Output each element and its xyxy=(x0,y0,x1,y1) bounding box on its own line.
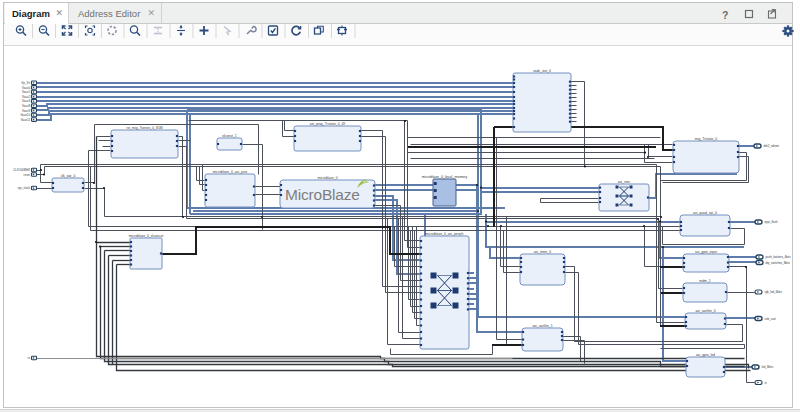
svg-text:tx: tx xyxy=(765,381,768,385)
svg-text:Vaux1: Vaux1 xyxy=(22,90,30,94)
svg-text:Vaux10: Vaux10 xyxy=(20,113,30,117)
svg-text:Vaux11: Vaux11 xyxy=(21,118,31,122)
svg-text:Vaux0: Vaux0 xyxy=(22,86,30,90)
svg-text:rx: rx xyxy=(28,356,31,360)
svg-text:axi_smc: axi_smc xyxy=(618,180,631,184)
svg-text:axi_gpio_input: axi_gpio_input xyxy=(695,250,717,254)
svg-text:CLK100MHZ: CLK100MHZ xyxy=(13,168,30,172)
svg-text:led_8bits: led_8bits xyxy=(762,365,774,369)
svg-text:Vp_Vn: Vp_Vn xyxy=(21,81,30,85)
svg-text:axi_uartlite_1: axi_uartlite_1 xyxy=(532,324,552,328)
svg-text:qspi_flash: qspi_flash xyxy=(765,220,778,224)
svg-text:usb_uart: usb_uart xyxy=(765,317,776,321)
svg-text:axi_timer_0: axi_timer_0 xyxy=(534,250,552,254)
svg-text:axi_gpio_led: axi_gpio_led xyxy=(696,353,715,357)
svg-text:sys_clock: sys_clock xyxy=(17,186,30,190)
svg-text:mdm_1: mdm_1 xyxy=(699,279,710,283)
svg-text:Vaux3: Vaux3 xyxy=(22,99,30,103)
svg-text:ddr2_sdram: ddr2_sdram xyxy=(764,144,780,148)
svg-text:dip_switches_8bits: dip_switches_8bits xyxy=(766,261,791,265)
svg-text:mig_Tristate_0: mig_Tristate_0 xyxy=(695,137,717,141)
svg-text:rst_mig_7series_0_81M: rst_mig_7series_0_81M xyxy=(126,126,162,130)
svg-text:axi_prog_Tristate_0_49: axi_prog_Tristate_0_49 xyxy=(310,122,346,126)
svg-text:reset: reset xyxy=(24,173,31,177)
svg-text:microblaze_0_axi_periph: microblaze_0_axi_periph xyxy=(426,232,464,236)
svg-text:axi_uartlite_0: axi_uartlite_0 xyxy=(695,309,715,313)
svg-text:microblaze_0_xlconcat: microblaze_0_xlconcat xyxy=(129,234,164,238)
svg-text:Vaux8: Vaux8 xyxy=(22,104,30,108)
svg-text:microblaze_0_axi_pcio: microblaze_0_axi_pcio xyxy=(213,170,248,174)
svg-text:xlconst_1: xlconst_1 xyxy=(222,134,236,138)
svg-text:xadc_wiz_0: xadc_wiz_0 xyxy=(533,69,551,73)
svg-text:MicroBlaze: MicroBlaze xyxy=(285,186,360,203)
svg-text:Vaux2: Vaux2 xyxy=(22,95,30,99)
svg-text:rgb_led_6bits: rgb_led_6bits xyxy=(765,290,783,294)
svg-text:Vaux9: Vaux9 xyxy=(22,109,30,113)
svg-text:push_buttons_4bits: push_buttons_4bits xyxy=(766,255,792,259)
svg-text:microblaze_0_local_memory: microblaze_0_local_memory xyxy=(422,175,468,179)
svg-text:microblaze_0: microblaze_0 xyxy=(317,176,337,180)
svg-text:axi_quad_spi_0: axi_quad_spi_0 xyxy=(693,211,717,215)
svg-text:clk_wiz_0: clk_wiz_0 xyxy=(61,174,76,178)
